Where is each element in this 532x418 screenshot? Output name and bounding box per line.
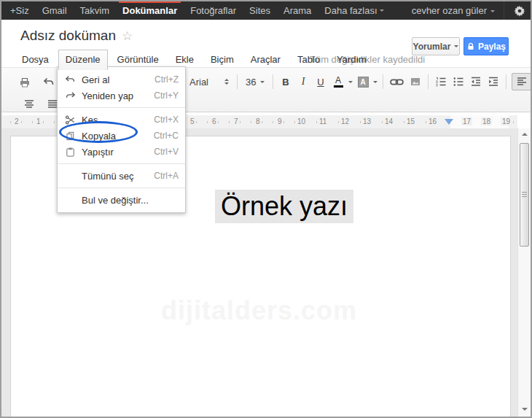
paste-icon <box>62 147 78 158</box>
google-top-bar: +Siz Gmail Takvim Dokümanlar Fotoğraflar… <box>1 1 531 20</box>
menu-yardim[interactable]: Yardım <box>329 50 374 70</box>
menu-item-find-replace[interactable]: Bul ve değiştir... <box>58 192 185 208</box>
menu-item-copy[interactable]: Kopyala Ctrl+C <box>58 128 185 144</box>
menu-item-select-all[interactable]: Tümünü seç Ctrl+A <box>58 168 185 184</box>
document-title[interactable]: Adsız doküman <box>20 28 116 44</box>
ruler-number: 12 <box>340 117 351 125</box>
ruler-number: 16 <box>427 117 438 125</box>
ruler-number: 14 <box>383 117 394 125</box>
menu-item-shortcut: Ctrl+X <box>154 115 179 125</box>
watermark-text: dijitalders.com <box>161 295 357 326</box>
gbar-item-daha-fazlasi[interactable]: Daha fazlası <box>318 1 391 20</box>
gbar-item-gmail[interactable]: Gmail <box>36 1 74 20</box>
menu-duzenle[interactable]: Düzenle <box>58 50 108 70</box>
menu-dosya[interactable]: Dosya <box>15 50 56 70</box>
bulleted-list-icon <box>453 76 464 88</box>
undo-icon <box>62 74 78 85</box>
gbar-right-group: cevher ozan güler <box>412 1 531 20</box>
redo-icon <box>62 90 78 101</box>
account-menu[interactable]: cevher ozan güler <box>412 5 498 16</box>
undo-button[interactable] <box>42 74 56 91</box>
menu-goruntule[interactable]: Görüntüle <box>110 50 166 70</box>
ruler-margin-zone <box>450 115 509 128</box>
align-left-button[interactable] <box>512 73 532 90</box>
selected-text[interactable]: Örnek yazı <box>215 190 353 223</box>
text-color-icon: A <box>334 76 343 88</box>
bulleted-list-button[interactable] <box>451 73 466 90</box>
image-icon <box>410 76 421 88</box>
ruler-number: 9 <box>276 117 283 125</box>
insert-link-button[interactable] <box>388 73 405 90</box>
chevron-down-icon <box>380 9 384 14</box>
align-left-icon <box>516 76 528 88</box>
ruler-number: 19 <box>501 117 512 125</box>
highlight-color-button[interactable]: A <box>356 73 370 90</box>
ruler-number: 6 <box>211 117 218 125</box>
indent-marker[interactable] <box>445 119 453 129</box>
comments-label: Yorumlar <box>413 42 451 52</box>
menu-item-cut[interactable]: Kes Ctrl+X <box>58 112 185 128</box>
decrease-indent-button[interactable] <box>469 73 483 90</box>
chevron-down-icon[interactable] <box>373 81 378 85</box>
menu-item-label: Bul ve değiştir... <box>82 195 179 206</box>
menu-item-shortcut: Ctrl+Y <box>154 90 179 101</box>
scroll-down-arrow-icon[interactable] <box>522 408 528 411</box>
menu-item-label: Geri al <box>82 74 154 85</box>
menu-item-shortcut: Ctrl+A <box>154 171 179 181</box>
vertical-scrollbar[interactable] <box>517 128 531 417</box>
increase-indent-button[interactable] <box>486 73 501 90</box>
scroll-up-arrow-icon[interactable] <box>522 133 528 136</box>
menu-item-shortcut: Ctrl+Z <box>154 74 179 85</box>
menu-item-undo[interactable]: Geri al Ctrl+Z <box>58 71 185 88</box>
outdent-icon <box>470 76 482 88</box>
user-name: cevher ozan güler <box>412 5 487 16</box>
align-center-button[interactable] <box>22 96 36 113</box>
gbar-item-arama[interactable]: Arama <box>277 1 318 20</box>
divider <box>237 74 238 89</box>
star-icon[interactable]: ☆ <box>122 28 133 44</box>
text-color-button[interactable]: A <box>331 73 345 90</box>
gbar-more-label: Daha fazlası <box>324 5 377 16</box>
highlight-color-icon: A <box>358 77 369 88</box>
chevron-down-icon <box>260 81 265 85</box>
underline-button[interactable]: U <box>313 73 328 90</box>
numbered-list-button[interactable] <box>434 73 448 90</box>
gbar-item-fotograflar[interactable]: Fotoğraflar <box>184 1 243 20</box>
menu-tablo[interactable]: Tablo <box>290 50 327 70</box>
menu-bicim[interactable]: Biçim <box>203 50 241 70</box>
copy-icon <box>62 131 78 142</box>
chevron-down-icon <box>454 45 458 50</box>
edit-menu-panel: Geri al Ctrl+Z Yeniden yap Ctrl+Y Kes Ct… <box>57 66 186 213</box>
gbar-item-siz[interactable]: +Siz <box>4 1 36 20</box>
menu-item-redo[interactable]: Yeniden yap Ctrl+Y <box>58 88 185 104</box>
menu-item-paste[interactable]: Yapıştır Ctrl+V <box>58 144 185 160</box>
ruler-number: 13 <box>361 117 372 125</box>
link-icon <box>390 77 404 87</box>
ruler-number: 15 <box>405 117 416 125</box>
updown-icon <box>224 77 229 87</box>
chevron-down-icon <box>490 10 495 15</box>
font-size-select[interactable]: 36 <box>243 73 267 90</box>
scrollbar-thumb[interactable] <box>520 143 529 247</box>
settings-button[interactable] <box>509 5 531 17</box>
ruler-number: 1 <box>35 117 42 125</box>
font-family-value: Arial <box>189 77 208 88</box>
bold-button[interactable]: B <box>278 73 293 90</box>
gbar-item-dokumanlar[interactable]: Dokümanlar <box>116 1 184 20</box>
share-button[interactable]: Paylaş <box>463 37 509 55</box>
menu-separator <box>58 187 185 188</box>
menu-item-shortcut: Ctrl+V <box>154 147 179 157</box>
gbar-item-sites[interactable]: Sites <box>243 1 277 20</box>
menu-ekle[interactable]: Ekle <box>168 50 201 70</box>
font-family-select[interactable]: Arial <box>187 73 232 90</box>
italic-button[interactable]: I <box>296 73 310 90</box>
menu-araclar[interactable]: Araçlar <box>243 50 288 70</box>
comments-button[interactable]: Yorumlar <box>412 37 460 55</box>
print-button[interactable] <box>17 74 32 91</box>
menu-item-label: Yeniden yap <box>82 90 154 101</box>
divider <box>428 74 429 89</box>
chevron-down-icon[interactable] <box>348 81 353 85</box>
insert-image-button[interactable] <box>408 73 423 90</box>
gbar-item-takvim[interactable]: Takvim <box>74 1 116 20</box>
gear-icon <box>514 5 525 17</box>
